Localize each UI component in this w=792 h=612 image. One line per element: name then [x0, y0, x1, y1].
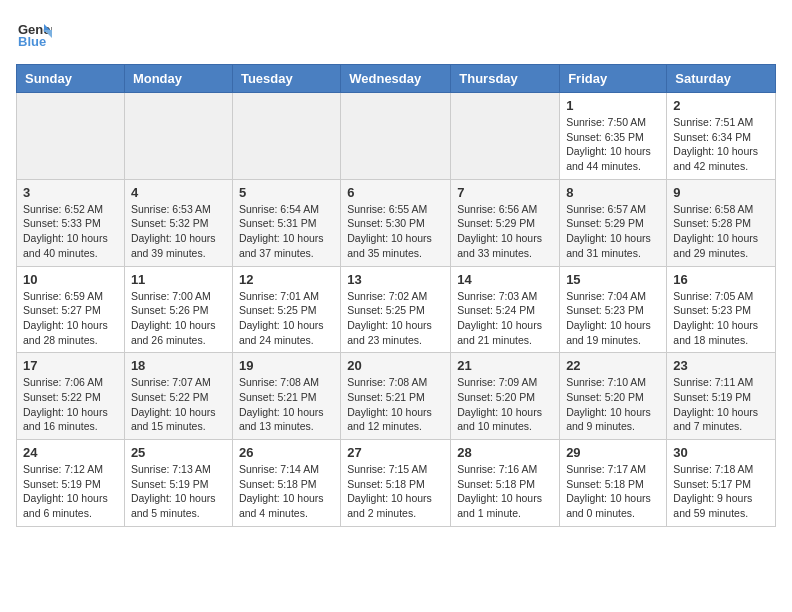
day-number: 15 [566, 272, 660, 287]
calendar-cell [232, 93, 340, 180]
day-info: Sunrise: 6:56 AM Sunset: 5:29 PM Dayligh… [457, 202, 553, 261]
day-info: Sunrise: 6:54 AM Sunset: 5:31 PM Dayligh… [239, 202, 334, 261]
calendar-cell [124, 93, 232, 180]
day-info: Sunrise: 6:58 AM Sunset: 5:28 PM Dayligh… [673, 202, 769, 261]
logo-icon: General Blue [16, 16, 52, 52]
day-info: Sunrise: 7:17 AM Sunset: 5:18 PM Dayligh… [566, 462, 660, 521]
calendar-cell: 30Sunrise: 7:18 AM Sunset: 5:17 PM Dayli… [667, 440, 776, 527]
logo: General Blue [16, 16, 52, 52]
calendar-table: SundayMondayTuesdayWednesdayThursdayFrid… [16, 64, 776, 527]
calendar-week-row: 10Sunrise: 6:59 AM Sunset: 5:27 PM Dayli… [17, 266, 776, 353]
day-number: 26 [239, 445, 334, 460]
day-info: Sunrise: 7:09 AM Sunset: 5:20 PM Dayligh… [457, 375, 553, 434]
calendar-week-row: 24Sunrise: 7:12 AM Sunset: 5:19 PM Dayli… [17, 440, 776, 527]
day-number: 7 [457, 185, 553, 200]
day-info: Sunrise: 7:04 AM Sunset: 5:23 PM Dayligh… [566, 289, 660, 348]
calendar-cell: 23Sunrise: 7:11 AM Sunset: 5:19 PM Dayli… [667, 353, 776, 440]
calendar-cell: 27Sunrise: 7:15 AM Sunset: 5:18 PM Dayli… [341, 440, 451, 527]
day-info: Sunrise: 7:15 AM Sunset: 5:18 PM Dayligh… [347, 462, 444, 521]
calendar-cell: 14Sunrise: 7:03 AM Sunset: 5:24 PM Dayli… [451, 266, 560, 353]
day-info: Sunrise: 7:11 AM Sunset: 5:19 PM Dayligh… [673, 375, 769, 434]
day-number: 27 [347, 445, 444, 460]
day-info: Sunrise: 7:03 AM Sunset: 5:24 PM Dayligh… [457, 289, 553, 348]
day-info: Sunrise: 6:59 AM Sunset: 5:27 PM Dayligh… [23, 289, 118, 348]
calendar-week-row: 17Sunrise: 7:06 AM Sunset: 5:22 PM Dayli… [17, 353, 776, 440]
day-number: 1 [566, 98, 660, 113]
day-number: 16 [673, 272, 769, 287]
day-number: 8 [566, 185, 660, 200]
calendar-cell: 12Sunrise: 7:01 AM Sunset: 5:25 PM Dayli… [232, 266, 340, 353]
day-info: Sunrise: 7:12 AM Sunset: 5:19 PM Dayligh… [23, 462, 118, 521]
calendar-cell: 29Sunrise: 7:17 AM Sunset: 5:18 PM Dayli… [560, 440, 667, 527]
column-header-friday: Friday [560, 65, 667, 93]
day-number: 10 [23, 272, 118, 287]
day-info: Sunrise: 7:05 AM Sunset: 5:23 PM Dayligh… [673, 289, 769, 348]
day-number: 23 [673, 358, 769, 373]
day-info: Sunrise: 7:08 AM Sunset: 5:21 PM Dayligh… [347, 375, 444, 434]
calendar-week-row: 1Sunrise: 7:50 AM Sunset: 6:35 PM Daylig… [17, 93, 776, 180]
calendar-cell [451, 93, 560, 180]
svg-text:Blue: Blue [18, 34, 46, 49]
day-number: 19 [239, 358, 334, 373]
calendar-cell: 28Sunrise: 7:16 AM Sunset: 5:18 PM Dayli… [451, 440, 560, 527]
day-info: Sunrise: 7:10 AM Sunset: 5:20 PM Dayligh… [566, 375, 660, 434]
day-number: 11 [131, 272, 226, 287]
day-number: 20 [347, 358, 444, 373]
day-info: Sunrise: 7:02 AM Sunset: 5:25 PM Dayligh… [347, 289, 444, 348]
calendar-cell: 9Sunrise: 6:58 AM Sunset: 5:28 PM Daylig… [667, 179, 776, 266]
calendar-cell: 20Sunrise: 7:08 AM Sunset: 5:21 PM Dayli… [341, 353, 451, 440]
day-number: 17 [23, 358, 118, 373]
day-number: 13 [347, 272, 444, 287]
column-header-saturday: Saturday [667, 65, 776, 93]
calendar-cell: 10Sunrise: 6:59 AM Sunset: 5:27 PM Dayli… [17, 266, 125, 353]
day-number: 14 [457, 272, 553, 287]
calendar-cell: 8Sunrise: 6:57 AM Sunset: 5:29 PM Daylig… [560, 179, 667, 266]
day-number: 2 [673, 98, 769, 113]
calendar-cell: 26Sunrise: 7:14 AM Sunset: 5:18 PM Dayli… [232, 440, 340, 527]
column-header-tuesday: Tuesday [232, 65, 340, 93]
calendar-cell: 15Sunrise: 7:04 AM Sunset: 5:23 PM Dayli… [560, 266, 667, 353]
day-info: Sunrise: 7:51 AM Sunset: 6:34 PM Dayligh… [673, 115, 769, 174]
day-number: 22 [566, 358, 660, 373]
day-number: 12 [239, 272, 334, 287]
day-info: Sunrise: 7:16 AM Sunset: 5:18 PM Dayligh… [457, 462, 553, 521]
column-header-thursday: Thursday [451, 65, 560, 93]
day-number: 24 [23, 445, 118, 460]
calendar-cell: 25Sunrise: 7:13 AM Sunset: 5:19 PM Dayli… [124, 440, 232, 527]
calendar-cell: 4Sunrise: 6:53 AM Sunset: 5:32 PM Daylig… [124, 179, 232, 266]
day-info: Sunrise: 7:14 AM Sunset: 5:18 PM Dayligh… [239, 462, 334, 521]
column-header-wednesday: Wednesday [341, 65, 451, 93]
calendar-cell: 13Sunrise: 7:02 AM Sunset: 5:25 PM Dayli… [341, 266, 451, 353]
column-header-monday: Monday [124, 65, 232, 93]
calendar-cell: 21Sunrise: 7:09 AM Sunset: 5:20 PM Dayli… [451, 353, 560, 440]
calendar-cell: 18Sunrise: 7:07 AM Sunset: 5:22 PM Dayli… [124, 353, 232, 440]
page-header: General Blue [16, 16, 776, 52]
calendar-cell: 2Sunrise: 7:51 AM Sunset: 6:34 PM Daylig… [667, 93, 776, 180]
day-info: Sunrise: 7:08 AM Sunset: 5:21 PM Dayligh… [239, 375, 334, 434]
calendar-cell: 16Sunrise: 7:05 AM Sunset: 5:23 PM Dayli… [667, 266, 776, 353]
calendar-cell: 6Sunrise: 6:55 AM Sunset: 5:30 PM Daylig… [341, 179, 451, 266]
day-info: Sunrise: 7:01 AM Sunset: 5:25 PM Dayligh… [239, 289, 334, 348]
day-info: Sunrise: 7:50 AM Sunset: 6:35 PM Dayligh… [566, 115, 660, 174]
calendar-header-row: SundayMondayTuesdayWednesdayThursdayFrid… [17, 65, 776, 93]
calendar-cell: 11Sunrise: 7:00 AM Sunset: 5:26 PM Dayli… [124, 266, 232, 353]
day-info: Sunrise: 7:18 AM Sunset: 5:17 PM Dayligh… [673, 462, 769, 521]
day-number: 30 [673, 445, 769, 460]
day-number: 4 [131, 185, 226, 200]
calendar-cell [341, 93, 451, 180]
day-info: Sunrise: 6:52 AM Sunset: 5:33 PM Dayligh… [23, 202, 118, 261]
calendar-cell: 19Sunrise: 7:08 AM Sunset: 5:21 PM Dayli… [232, 353, 340, 440]
day-number: 29 [566, 445, 660, 460]
day-number: 25 [131, 445, 226, 460]
day-info: Sunrise: 7:00 AM Sunset: 5:26 PM Dayligh… [131, 289, 226, 348]
day-number: 21 [457, 358, 553, 373]
column-header-sunday: Sunday [17, 65, 125, 93]
calendar-cell: 3Sunrise: 6:52 AM Sunset: 5:33 PM Daylig… [17, 179, 125, 266]
calendar-cell [17, 93, 125, 180]
calendar-cell: 22Sunrise: 7:10 AM Sunset: 5:20 PM Dayli… [560, 353, 667, 440]
calendar-cell: 1Sunrise: 7:50 AM Sunset: 6:35 PM Daylig… [560, 93, 667, 180]
day-info: Sunrise: 6:57 AM Sunset: 5:29 PM Dayligh… [566, 202, 660, 261]
calendar-week-row: 3Sunrise: 6:52 AM Sunset: 5:33 PM Daylig… [17, 179, 776, 266]
day-info: Sunrise: 7:07 AM Sunset: 5:22 PM Dayligh… [131, 375, 226, 434]
day-info: Sunrise: 6:53 AM Sunset: 5:32 PM Dayligh… [131, 202, 226, 261]
